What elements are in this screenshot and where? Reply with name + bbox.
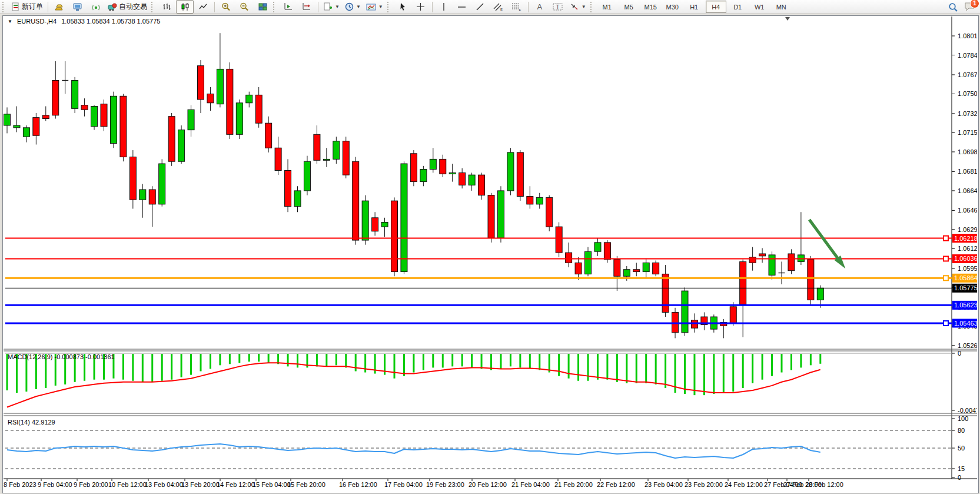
crosshair-icon [416, 2, 425, 11]
market-watch-button[interactable] [69, 0, 87, 14]
trendline-icon [476, 2, 484, 11]
monitor-icon [73, 3, 82, 11]
new-chart-button[interactable]: ▼ [321, 0, 342, 14]
horizontal-line-icon [457, 4, 466, 11]
svg-text:1.06985: 1.06985 [958, 148, 977, 155]
annotation-arrow[interactable] [809, 220, 845, 268]
zoom-out-button[interactable] [235, 0, 253, 14]
macd-pane-label: MACD(12,26,9) -0.000873 -0.001361 [8, 353, 115, 360]
svg-text:1.07325: 1.07325 [958, 110, 977, 117]
timeframe-button-w1[interactable]: W1 [749, 1, 770, 13]
level-marker[interactable] [944, 236, 948, 241]
timeframe-button-m5[interactable]: M5 [619, 1, 639, 13]
timeframe-button-m1[interactable]: M1 [597, 1, 617, 13]
fibonacci-button[interactable]: F [508, 0, 526, 14]
dropdown-caret-icon: ▼ [378, 4, 383, 9]
svg-text:50: 50 [958, 445, 965, 452]
candlestick-chart-button[interactable] [176, 0, 194, 14]
svg-text:1.06465: 1.06465 [958, 207, 977, 214]
arrows-button[interactable]: ▼ [567, 0, 589, 14]
svg-text:1.06640: 1.06640 [958, 187, 977, 194]
svg-text:10 Feb 12:00: 10 Feb 12:00 [108, 481, 147, 488]
svg-text:1.05463: 1.05463 [954, 320, 977, 327]
toolbar-grip[interactable] [387, 2, 391, 12]
gold-bars-icon [55, 3, 64, 11]
notification-badge: 1 [970, 0, 979, 8]
clock-icon [345, 2, 354, 11]
svg-text:9 Feb 20:00: 9 Feb 20:00 [74, 481, 108, 488]
svg-text:1.08015: 1.08015 [958, 32, 977, 39]
timeframe-button-mn[interactable]: MN [771, 1, 792, 13]
new-order-button[interactable]: 新订单 [9, 0, 45, 14]
level-marker[interactable] [944, 256, 948, 261]
svg-text:1.06218: 1.06218 [954, 235, 977, 242]
tile-windows-button[interactable] [254, 0, 271, 14]
notifications-button[interactable]: 1 [964, 2, 975, 13]
toolbar-grip[interactable] [273, 2, 277, 12]
svg-text:E: E [500, 8, 503, 11]
text-label-button[interactable]: T [549, 0, 567, 14]
bar-chart-icon [162, 2, 171, 11]
svg-text:22 Feb 12:00: 22 Feb 12:00 [597, 481, 635, 488]
vertical-line-button[interactable] [435, 0, 453, 14]
timeframe-button-m15[interactable]: M15 [640, 1, 661, 13]
crosshair-button[interactable] [412, 0, 430, 14]
svg-text:21 Feb 04:00: 21 Feb 04:00 [511, 481, 550, 488]
chart-canvas[interactable]: 1.080151.078451.076701.075001.073251.071… [3, 16, 977, 492]
svg-text:1.06295: 1.06295 [958, 226, 977, 233]
timeframe-button-h4[interactable]: H4 [706, 1, 726, 13]
chart-shift-button[interactable] [280, 0, 297, 14]
svg-text:1.05623: 1.05623 [954, 301, 977, 309]
market-depth-button[interactable] [51, 0, 68, 14]
text-label-icon: T [553, 2, 563, 11]
level-marker[interactable] [944, 321, 948, 326]
rsi-pane: 1008050150 [5, 415, 968, 481]
autotrading-button[interactable]: 自动交易 [105, 0, 150, 14]
candles-layer[interactable] [4, 33, 824, 338]
toolbar-grip[interactable] [590, 2, 594, 12]
timeframe-button-h1[interactable]: H1 [684, 1, 705, 13]
cursor-icon [398, 2, 407, 11]
svg-text:1.05265: 1.05265 [958, 342, 977, 349]
level-marker[interactable] [944, 276, 948, 280]
svg-text:15 Feb 04:00: 15 Feb 04:00 [253, 481, 291, 488]
svg-text:20 Feb 12:00: 20 Feb 12:00 [469, 481, 507, 488]
timeframe-button-m30[interactable]: M30 [662, 1, 683, 13]
svg-text:A: A [537, 2, 542, 11]
chart-symbol-period: EURUSD-,H4 [17, 18, 57, 25]
main-toolbar: 新订单 自动交易 [0, 0, 980, 14]
svg-text:1.06125: 1.06125 [958, 245, 977, 252]
template-icon [366, 3, 376, 11]
svg-text:17 Feb 04:00: 17 Feb 04:00 [384, 481, 423, 488]
chart-shift-marker[interactable] [785, 17, 790, 21]
chart-collapse-icon[interactable]: ▼ [8, 19, 12, 24]
svg-text:-0.00477: -0.00477 [958, 407, 977, 414]
horizontal-line-button[interactable] [453, 0, 471, 14]
dropdown-caret-icon: ▼ [356, 4, 361, 9]
rsi-pane-label: RSI(14) 42.9129 [8, 419, 55, 426]
svg-text:15 Feb 20:00: 15 Feb 20:00 [287, 481, 325, 488]
candlestick-chart-icon [181, 2, 190, 11]
templates-button[interactable]: ▼ [364, 0, 386, 14]
timeframe-button-d1[interactable]: D1 [727, 1, 748, 13]
svg-text:F: F [519, 8, 521, 12]
svg-text:1.07845: 1.07845 [958, 52, 977, 59]
zoom-in-button[interactable] [217, 0, 235, 14]
auto-scroll-button[interactable] [298, 0, 315, 14]
signals-button[interactable] [87, 0, 105, 14]
text-button[interactable]: A [531, 0, 549, 14]
macd-pane: 0-0.00477 [5, 350, 977, 414]
toolbar-grip[interactable] [151, 2, 155, 12]
svg-text:1.07155: 1.07155 [958, 129, 977, 136]
rsi-line [7, 444, 820, 458]
cursor-button[interactable] [394, 0, 411, 14]
periods-button[interactable]: ▼ [343, 0, 363, 14]
trendline-button[interactable] [471, 0, 489, 14]
svg-text:16 Feb 12:00: 16 Feb 12:00 [339, 481, 377, 488]
bar-chart-button[interactable] [158, 0, 175, 14]
equidistant-channel-button[interactable]: E [490, 0, 507, 14]
search-icon[interactable] [948, 2, 958, 12]
toolbar-grip[interactable] [2, 2, 6, 12]
line-chart-button[interactable] [194, 0, 212, 14]
svg-text:80: 80 [958, 427, 965, 434]
